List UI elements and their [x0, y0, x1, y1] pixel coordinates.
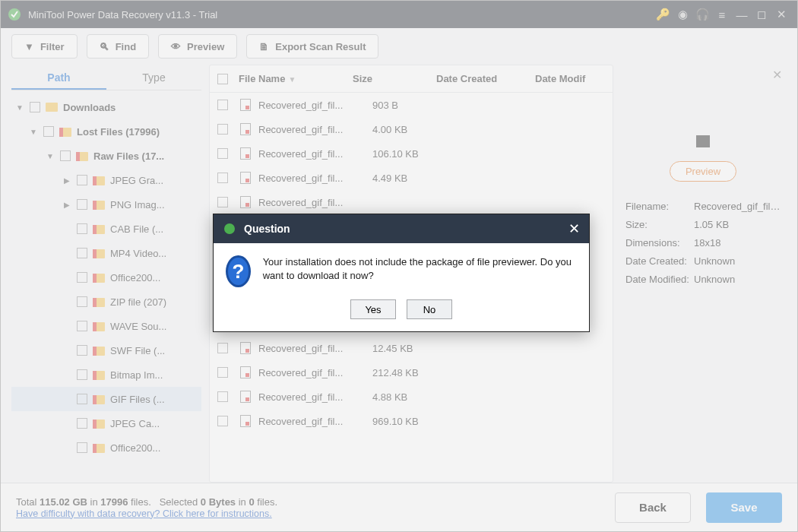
- tree-checkbox[interactable]: [77, 345, 87, 356]
- find-button[interactable]: 🔍︎Find: [87, 34, 149, 59]
- file-row[interactable]: Recovered_gif_fil...4.00 KB: [210, 117, 613, 141]
- tree-checkbox[interactable]: [77, 321, 87, 331]
- expand-toggle-icon[interactable]: ▼: [45, 152, 55, 160]
- row-checkbox[interactable]: [217, 197, 228, 207]
- tree-checkbox[interactable]: [60, 150, 71, 161]
- tree-checkbox[interactable]: [77, 369, 87, 380]
- tree-checkbox[interactable]: [77, 418, 87, 429]
- tree-checkbox[interactable]: [77, 296, 87, 307]
- row-checkbox[interactable]: [217, 124, 228, 135]
- tree-item[interactable]: ▼Raw Files (17...: [11, 144, 201, 168]
- row-checkbox[interactable]: [217, 100, 228, 110]
- expand-toggle-icon[interactable]: ▼: [14, 103, 25, 112]
- file-size: 106.10 KB: [372, 148, 456, 160]
- select-all-checkbox[interactable]: [217, 74, 228, 84]
- status-text: Total 115.02 GB in 17996 files. Selected…: [16, 496, 600, 519]
- menu-icon[interactable]: ≡: [712, 8, 732, 21]
- tree-item[interactable]: SWF File (...: [11, 338, 201, 363]
- file-size: 903 B: [372, 100, 456, 111]
- tree-item[interactable]: ZIP file (207): [11, 290, 201, 314]
- support-headset-icon[interactable]: 🎧: [692, 8, 712, 21]
- file-row[interactable]: Recovered_gif_fil...106.10 KB: [210, 141, 613, 166]
- row-checkbox[interactable]: [217, 343, 228, 353]
- tree-checkbox[interactable]: [77, 394, 87, 404]
- dialog-no-button[interactable]: No: [407, 299, 452, 319]
- tree-checkbox[interactable]: [77, 442, 87, 453]
- dialog-yes-button[interactable]: Yes: [350, 299, 396, 319]
- col-filename[interactable]: File Name▼: [239, 73, 353, 84]
- file-icon: [239, 98, 252, 112]
- row-checkbox[interactable]: [217, 367, 228, 378]
- col-date-created[interactable]: Date Created: [436, 73, 535, 84]
- tree-item[interactable]: CAB File (...: [11, 217, 201, 241]
- tree-checkbox[interactable]: [30, 102, 40, 112]
- file-list-header: File Name▼ Size Date Created Date Modif: [210, 65, 613, 93]
- tree-checkbox[interactable]: [43, 126, 54, 137]
- tab-path[interactable]: Path: [11, 65, 106, 90]
- tree-item[interactable]: GIF Files (...: [11, 387, 201, 411]
- dialog-message: Your installation does not include the p…: [263, 255, 575, 282]
- dialog-titlebar: Question ✕: [214, 214, 589, 243]
- tree-item[interactable]: WAVE Sou...: [11, 314, 201, 338]
- folder-alert-icon: [92, 222, 106, 236]
- save-button[interactable]: Save: [706, 492, 782, 523]
- tree-item[interactable]: ▶PNG Imag...: [11, 192, 201, 217]
- close-icon[interactable]: ✕: [771, 8, 791, 21]
- file-row[interactable]: Recovered_gif_fil...4.49 KB: [210, 166, 613, 190]
- folder-tree[interactable]: ▼Downloads▼Lost Files (17996)▼Raw Files …: [11, 90, 201, 483]
- tree-item[interactable]: ▼Lost Files (17996): [11, 119, 201, 144]
- tree-item[interactable]: MP4 Video...: [11, 241, 201, 265]
- minimize-icon[interactable]: —: [732, 8, 752, 21]
- file-row[interactable]: Recovered_gif_fil...212.48 KB: [210, 360, 613, 385]
- col-size[interactable]: Size: [353, 73, 436, 84]
- file-icon: [239, 171, 252, 185]
- expand-toggle-icon[interactable]: ▶: [62, 176, 72, 185]
- eye-icon: 👁: [171, 41, 181, 52]
- col-date-modified[interactable]: Date Modif: [535, 73, 596, 84]
- tree-checkbox[interactable]: [77, 175, 87, 185]
- file-name: Recovered_gif_fil...: [258, 197, 372, 208]
- file-name: Recovered_gif_fil...: [258, 100, 372, 111]
- tree-checkbox[interactable]: [77, 199, 87, 210]
- row-checkbox[interactable]: [217, 416, 228, 426]
- file-row[interactable]: Recovered_gif_fil...: [210, 190, 613, 214]
- tree-item-label: Office200...: [110, 442, 160, 454]
- expand-toggle-icon[interactable]: ▶: [62, 201, 72, 209]
- help-link[interactable]: Have difficulty with data recovery? Clic…: [16, 508, 272, 519]
- expand-toggle-icon[interactable]: ▼: [28, 128, 39, 136]
- preview-open-button[interactable]: Preview: [670, 161, 736, 182]
- file-row[interactable]: Recovered_gif_fil...4.88 KB: [210, 385, 613, 409]
- back-button[interactable]: Back: [615, 492, 691, 523]
- export-button[interactable]: 🗎Export Scan Result: [246, 34, 378, 59]
- tree-item[interactable]: Bitmap Im...: [11, 363, 201, 387]
- preview-close-icon[interactable]: ✕: [772, 68, 782, 82]
- row-checkbox[interactable]: [217, 148, 228, 159]
- sort-desc-icon: ▼: [288, 75, 296, 84]
- tree-item-label: SWF File (...: [110, 345, 165, 356]
- folder-alert-icon: [92, 295, 106, 309]
- tree-checkbox[interactable]: [77, 248, 87, 258]
- file-row[interactable]: Recovered_gif_fil...12.45 KB: [210, 336, 613, 360]
- row-checkbox[interactable]: [217, 173, 228, 183]
- maximize-icon[interactable]: ◻: [752, 8, 771, 21]
- tree-item[interactable]: ▶JPEG Gra...: [11, 168, 201, 192]
- tree-item[interactable]: Office200...: [11, 435, 201, 460]
- tree-item[interactable]: JPEG Ca...: [11, 411, 201, 435]
- tree-item[interactable]: Office200...: [11, 265, 201, 290]
- filter-button[interactable]: ▼Filter: [11, 34, 78, 59]
- tree-checkbox[interactable]: [77, 272, 87, 283]
- preview-button[interactable]: 👁Preview: [158, 34, 237, 59]
- globe-icon[interactable]: ◉: [673, 8, 692, 21]
- upgrade-key-icon[interactable]: 🔑: [653, 8, 673, 21]
- tree-checkbox[interactable]: [77, 223, 87, 234]
- file-row[interactable]: Recovered_gif_fil...903 B: [210, 93, 613, 117]
- row-checkbox[interactable]: [217, 391, 228, 402]
- tree-item[interactable]: ▼Downloads: [11, 95, 201, 119]
- dialog-close-icon[interactable]: ✕: [568, 220, 580, 237]
- folder-alert-icon: [75, 149, 89, 163]
- file-size: 212.48 KB: [372, 367, 456, 378]
- folder-alert-icon: [92, 416, 106, 430]
- question-mark-icon: ?: [226, 255, 251, 287]
- file-row[interactable]: Recovered_gif_fil...969.10 KB: [210, 409, 613, 433]
- tab-type[interactable]: Type: [106, 65, 201, 90]
